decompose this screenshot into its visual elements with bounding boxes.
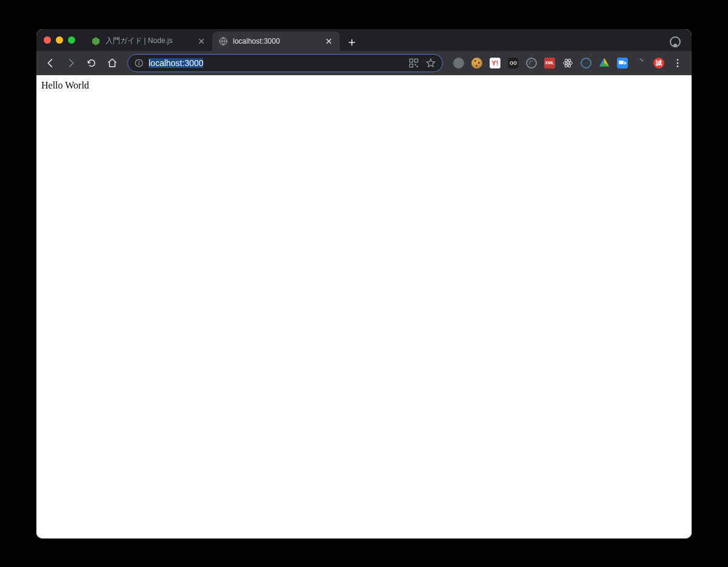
close-tab-icon[interactable] (197, 36, 206, 46)
extension-button[interactable] (470, 56, 484, 70)
bookmark-star-icon[interactable] (425, 58, 436, 69)
extension-label: oo (508, 58, 519, 69)
home-button[interactable] (103, 54, 121, 72)
react-devtools-icon[interactable] (561, 56, 575, 70)
page-viewport: Hello World (36, 75, 692, 538)
svg-rect-7 (410, 64, 413, 67)
svg-marker-0 (92, 37, 99, 45)
url-input[interactable]: localhost:3000 (149, 58, 403, 68)
extension-label: Y! (490, 58, 500, 69)
toolbar: localhost:3000 Y! oo XML (36, 51, 692, 75)
nodejs-icon (91, 36, 101, 46)
tabs: 入門ガイド | Node.js localhost:3000 (85, 29, 692, 51)
extension-button[interactable]: Y! (488, 56, 502, 70)
minimize-window-button[interactable] (56, 36, 63, 44)
svg-point-14 (677, 59, 679, 61)
svg-rect-9 (417, 65, 418, 67)
zoom-extension-icon[interactable] (615, 56, 630, 70)
extension-label: 誠 (653, 58, 664, 69)
close-tab-icon[interactable] (324, 36, 334, 46)
profile-avatar-button[interactable] (666, 33, 684, 51)
tab-title: localhost:3000 (233, 37, 319, 45)
extension-button[interactable]: XML (542, 56, 557, 70)
tab-localhost[interactable]: localhost:3000 (212, 32, 340, 51)
url-text: localhost:3000 (149, 58, 203, 68)
svg-point-10 (567, 62, 569, 64)
back-button[interactable] (41, 54, 59, 72)
address-bar[interactable]: localhost:3000 (127, 54, 443, 72)
extension-button[interactable] (579, 56, 593, 70)
new-tab-button[interactable] (343, 34, 360, 51)
extension-button[interactable] (451, 56, 466, 70)
extension-label: XML (544, 58, 555, 69)
page-body-text: Hello World (41, 80, 89, 90)
tab-title: 入門ガイド | Node.js (106, 36, 192, 46)
avatar-icon (670, 36, 681, 47)
svg-point-16 (677, 65, 679, 67)
google-drive-icon[interactable] (597, 56, 612, 70)
svg-point-15 (677, 62, 679, 64)
close-window-button[interactable] (44, 36, 51, 44)
svg-rect-6 (415, 59, 418, 62)
globe-icon (218, 36, 228, 46)
tab-nodejs-guide[interactable]: 入門ガイド | Node.js (85, 32, 212, 51)
qr-code-icon[interactable] (408, 58, 419, 69)
extension-button[interactable]: 誠 (652, 56, 666, 70)
extension-button[interactable]: oo (506, 56, 521, 70)
svg-rect-5 (410, 59, 413, 62)
chrome-menu-button[interactable] (669, 54, 687, 72)
extensions-menu-icon[interactable] (633, 56, 648, 70)
browser-window: 入門ガイド | Node.js localhost:3000 (36, 29, 692, 538)
tab-strip: 入門ガイド | Node.js localhost:3000 (36, 29, 692, 51)
svg-rect-4 (138, 62, 139, 65)
extension-button[interactable] (524, 56, 539, 70)
maximize-window-button[interactable] (68, 36, 75, 44)
svg-rect-8 (415, 64, 416, 65)
address-bar-actions (408, 58, 436, 69)
site-info-icon[interactable] (134, 58, 144, 68)
window-controls (44, 36, 75, 44)
svg-point-3 (138, 61, 140, 62)
tab-strip-right (666, 33, 684, 51)
forward-button[interactable] (62, 54, 80, 72)
extensions-area: Y! oo XML 誠 (451, 56, 666, 70)
reload-button[interactable] (83, 54, 101, 72)
